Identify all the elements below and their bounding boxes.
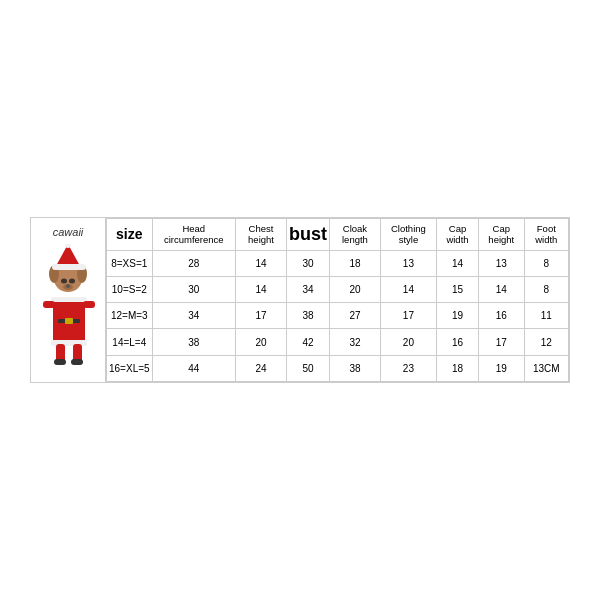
cell-cap_height: 19 (478, 355, 524, 381)
brand-label: cawaii (53, 226, 84, 238)
svg-rect-13 (52, 264, 86, 270)
cell-bust: 42 (287, 329, 330, 355)
header-bust: bust (287, 219, 330, 251)
svg-point-11 (66, 284, 70, 288)
cell-cloak_length: 20 (330, 277, 381, 303)
svg-rect-1 (51, 340, 87, 346)
dog-image (38, 244, 98, 374)
cell-clothing_style: 23 (380, 355, 436, 381)
cell-cap_height: 13 (478, 250, 524, 276)
svg-rect-17 (54, 359, 66, 365)
cell-clothing_style: 17 (380, 303, 436, 329)
cell-cloak_length: 38 (330, 355, 381, 381)
size-table: size Head circumference Chest height bus… (106, 218, 569, 382)
cell-chest_height: 17 (235, 303, 286, 329)
header-head-circ: Head circumference (152, 219, 235, 251)
cell-bust: 34 (287, 277, 330, 303)
svg-rect-19 (43, 301, 55, 308)
cell-head_circ: 44 (152, 355, 235, 381)
svg-point-14 (65, 244, 71, 248)
svg-point-9 (69, 279, 75, 284)
cell-cap_height: 17 (478, 329, 524, 355)
table-row: 14=L=43820423220161712 (107, 329, 569, 355)
cell-foot_width: 11 (524, 303, 568, 329)
cell-bust: 38 (287, 303, 330, 329)
cell-bust: 30 (287, 250, 330, 276)
cell-cloak_length: 27 (330, 303, 381, 329)
cell-size: 14=L=4 (107, 329, 153, 355)
cell-cloak_length: 32 (330, 329, 381, 355)
cell-chest_height: 14 (235, 277, 286, 303)
svg-point-8 (61, 279, 67, 284)
header-cap-width: Cap width (437, 219, 479, 251)
cell-size: 10=S=2 (107, 277, 153, 303)
svg-rect-20 (83, 301, 95, 308)
page-wrapper: cawaii (20, 207, 580, 393)
cell-cap_width: 14 (437, 250, 479, 276)
header-clothing-style: Clothing style (380, 219, 436, 251)
cell-size: 8=XS=1 (107, 250, 153, 276)
header-chest-height: Chest height (235, 219, 286, 251)
header-foot-width: Foot width (524, 219, 568, 251)
table-container: cawaii (30, 217, 570, 383)
cell-cap_height: 14 (478, 277, 524, 303)
cell-cap_width: 18 (437, 355, 479, 381)
header-size: size (107, 219, 153, 251)
cell-foot_width: 13CM (524, 355, 568, 381)
cell-bust: 50 (287, 355, 330, 381)
cell-clothing_style: 20 (380, 329, 436, 355)
cell-clothing_style: 13 (380, 250, 436, 276)
cell-cap_width: 16 (437, 329, 479, 355)
table-header-row: size Head circumference Chest height bus… (107, 219, 569, 251)
cell-size: 12=M=3 (107, 303, 153, 329)
svg-rect-4 (65, 318, 73, 324)
cell-head_circ: 30 (152, 277, 235, 303)
cell-head_circ: 28 (152, 250, 235, 276)
cell-chest_height: 24 (235, 355, 286, 381)
cell-foot_width: 8 (524, 277, 568, 303)
svg-rect-2 (51, 297, 87, 302)
cell-cap_width: 15 (437, 277, 479, 303)
cell-size: 16=XL=5 (107, 355, 153, 381)
svg-rect-18 (71, 359, 83, 365)
cell-clothing_style: 14 (380, 277, 436, 303)
header-cloak-length: Cloak length (330, 219, 381, 251)
table-row: 16=XL=54424503823181913CM (107, 355, 569, 381)
header-cap-height: Cap height (478, 219, 524, 251)
cell-cloak_length: 18 (330, 250, 381, 276)
cell-head_circ: 38 (152, 329, 235, 355)
cell-foot_width: 12 (524, 329, 568, 355)
cell-head_circ: 34 (152, 303, 235, 329)
cell-cap_width: 19 (437, 303, 479, 329)
table-row: 12=M=33417382717191611 (107, 303, 569, 329)
image-column: cawaii (31, 218, 106, 382)
cell-foot_width: 8 (524, 250, 568, 276)
table-row: 8=XS=1281430181314138 (107, 250, 569, 276)
cell-chest_height: 20 (235, 329, 286, 355)
cell-cap_height: 16 (478, 303, 524, 329)
table-row: 10=S=2301434201415148 (107, 277, 569, 303)
cell-chest_height: 14 (235, 250, 286, 276)
